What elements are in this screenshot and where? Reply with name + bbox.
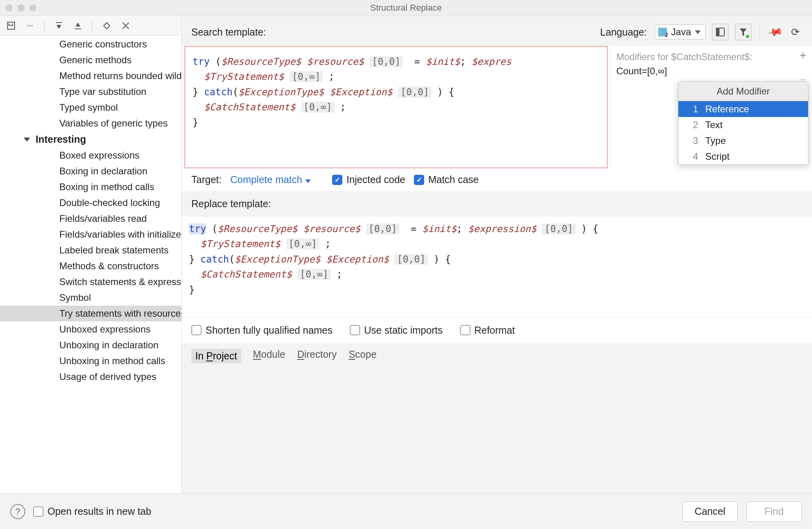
header-tools: Language: Java 📌 ⟳ [600, 24, 803, 40]
modifier-option-text[interactable]: 2 Text [678, 117, 808, 133]
java-icon [658, 28, 667, 36]
tree-item[interactable]: Labeled break statements [0, 242, 181, 258]
tree-item[interactable]: Type var substitution [0, 84, 181, 100]
target-label: Target: [191, 174, 221, 185]
collapse-all-icon[interactable] [119, 19, 132, 32]
search-header: Search template: Language: Java 📌 ⟳ [182, 16, 812, 46]
checkbox-empty-icon: ✓ [33, 506, 43, 517]
minus-icon[interactable] [24, 19, 36, 32]
main-area: Generic constructors Generic methods Met… [0, 16, 812, 493]
tree-item[interactable]: Methods & constructors [0, 258, 181, 274]
modifiers-side-buttons: ＋ － [794, 47, 812, 87]
footer-left: ? ✓ Open results in new tab [10, 504, 151, 519]
collapse-selection-icon[interactable] [72, 19, 84, 32]
expand-selection-icon[interactable] [53, 19, 65, 32]
chevron-down-icon [695, 30, 701, 34]
view-mode-button[interactable] [712, 24, 729, 40]
shorten-names-checkbox[interactable]: ✓ Shorten fully qualified names [191, 325, 332, 336]
match-case-checkbox[interactable]: ✓ Match case [414, 174, 479, 185]
replace-options-row: ✓ Shorten fully qualified names ✓ Use st… [182, 317, 812, 343]
right-panel: Search template: Language: Java 📌 ⟳ [182, 16, 812, 493]
refresh-icon[interactable]: ⟳ [788, 25, 803, 39]
modifier-option-reference[interactable]: 1 Reference [678, 101, 808, 117]
target-dropdown[interactable]: Complete match [230, 174, 311, 185]
scope-in-project[interactable]: In Project [191, 349, 241, 363]
reformat-checkbox[interactable]: ✓ Reformat [460, 325, 515, 336]
search-editor-row: try ($ResourceType$ $resource$ [0,0] = $… [182, 46, 812, 168]
scope-directory[interactable]: Directory [297, 349, 337, 363]
tree-item[interactable]: Method returns bounded wildcard [0, 68, 181, 84]
tree-item[interactable]: Fields/variables read [0, 211, 181, 227]
find-button[interactable]: Find [746, 501, 802, 522]
open-results-checkbox[interactable]: ✓ Open results in new tab [33, 506, 151, 517]
tree-item[interactable]: Generic methods [0, 52, 181, 68]
tree-group-label: Interesting [36, 134, 86, 145]
replace-template-editor[interactable]: try ($ResourceType$ $resource$ [0,0] = $… [182, 217, 812, 317]
static-imports-checkbox[interactable]: ✓ Use static imports [350, 325, 443, 336]
search-template-editor[interactable]: try ($ResourceType$ $resource$ [0,0] = $… [184, 46, 608, 168]
tree-group-interesting[interactable]: Interesting [0, 131, 181, 147]
language-select[interactable]: Java [655, 25, 706, 40]
tree-item[interactable]: Typed symbol [0, 100, 181, 115]
tree-item[interactable]: Symbol [0, 290, 181, 306]
tree-item[interactable]: Boxing in declaration [0, 163, 181, 179]
pin-icon[interactable]: 📌 [765, 22, 785, 42]
injected-code-checkbox[interactable]: ✓ Injected code [332, 174, 405, 185]
separator [759, 26, 760, 38]
window-title: Structural Replace [0, 3, 812, 13]
cancel-button[interactable]: Cancel [682, 501, 738, 522]
footer: ? ✓ Open results in new tab Cancel Find [0, 493, 812, 529]
tree-item[interactable]: Double-checked locking [0, 195, 181, 211]
tree-item[interactable]: Try statements with resources [0, 306, 181, 321]
tree-item[interactable]: Unboxing in declaration [0, 337, 181, 353]
tree-item[interactable]: Switch statements & expressions [0, 274, 181, 290]
add-modifier-popup-title: Add Modifier [678, 82, 808, 101]
chevron-down-icon [305, 179, 311, 183]
modifiers-panel: Modifiers for $CatchStatement$: Count=[0… [610, 46, 812, 168]
tree-item[interactable]: Variables of generic types [0, 115, 181, 131]
svg-marker-4 [76, 23, 80, 26]
tree-item[interactable]: Generic constructors [0, 36, 181, 52]
search-template-label: Search template: [191, 26, 266, 38]
chevron-down-icon [24, 138, 30, 142]
checkbox-checked-icon: ✓ [414, 175, 424, 185]
tree-toolbar [0, 16, 181, 36]
tree-items[interactable]: Generic constructors Generic methods Met… [0, 36, 181, 385]
svg-rect-7 [716, 28, 719, 36]
add-modifier-popup: Add Modifier 1 Reference 2 Text 3 Type [678, 81, 808, 165]
separator [44, 20, 45, 31]
checkbox-checked-icon: ✓ [332, 175, 342, 185]
filter-button[interactable] [735, 24, 752, 40]
separator [92, 20, 93, 31]
language-label: Language: [600, 26, 647, 38]
modifiers-count: Count=[0,∞] [616, 66, 810, 77]
target-row: Target: Complete match ✓ Injected code ✓… [182, 168, 812, 191]
tree-item[interactable]: Fields/variables with initializers [0, 227, 181, 242]
checkbox-empty-icon: ✓ [191, 325, 202, 335]
add-modifier-button[interactable]: ＋ [797, 47, 808, 62]
modifiers-title: Modifiers for $CatchStatement$: [616, 51, 810, 62]
scope-scope[interactable]: Scope [349, 349, 377, 363]
svg-marker-3 [57, 25, 61, 29]
tree-item[interactable]: Boxing in method calls [0, 179, 181, 195]
help-button[interactable]: ? [10, 504, 25, 519]
tree-item[interactable]: Unboxed expressions [0, 321, 181, 337]
scope-module[interactable]: Module [253, 349, 285, 363]
svg-marker-8 [740, 28, 747, 36]
save-icon[interactable] [5, 19, 17, 32]
titlebar: Structural Replace [0, 0, 812, 16]
modifier-option-script[interactable]: 4 Script [678, 149, 808, 164]
checkbox-empty-icon: ✓ [460, 325, 470, 335]
expand-all-icon[interactable] [100, 19, 113, 32]
scope-tabs: In Project Module Directory Scope [182, 343, 812, 369]
modifier-option-type[interactable]: 3 Type [678, 133, 808, 149]
templates-tree: Generic constructors Generic methods Met… [0, 16, 182, 493]
checkbox-empty-icon: ✓ [350, 325, 360, 335]
replace-template-label: Replace template: [182, 191, 812, 217]
tree-item[interactable]: Boxed expressions [0, 147, 181, 163]
footer-right: Cancel Find [682, 501, 802, 522]
tree-item[interactable]: Unboxing in method calls [0, 353, 181, 369]
tree-item[interactable]: Usage of derived types [0, 369, 181, 385]
language-value: Java [671, 26, 691, 38]
